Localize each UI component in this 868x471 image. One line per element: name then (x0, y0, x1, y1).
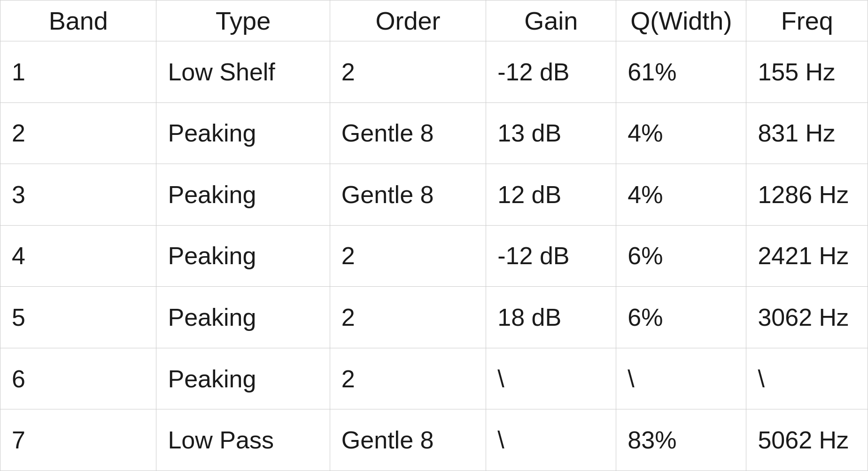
cell-freq: 155 Hz (746, 41, 868, 103)
cell-band: 2 (0, 102, 156, 164)
cell-type: Peaking (156, 164, 330, 226)
cell-qwidth: 4% (616, 102, 746, 164)
eq-table: Band Type Order Gain Q(Width) Freq 1Low … (0, 0, 868, 471)
cell-band: 1 (0, 41, 156, 103)
table-row: 5Peaking218 dB6%3062 Hz (0, 287, 868, 348)
cell-qwidth: 61% (616, 41, 746, 103)
cell-qwidth: 6% (616, 225, 746, 287)
cell-order: 2 (330, 287, 486, 348)
header-qwidth: Q(Width) (616, 0, 746, 41)
cell-gain: \ (486, 409, 616, 471)
cell-gain: 13 dB (486, 102, 616, 164)
cell-freq: 3062 Hz (746, 287, 868, 348)
cell-freq: 5062 Hz (746, 409, 868, 471)
cell-type: Peaking (156, 348, 330, 409)
cell-freq: \ (746, 348, 868, 409)
cell-qwidth: 6% (616, 287, 746, 348)
cell-gain: 18 dB (486, 287, 616, 348)
table-row: 6Peaking2\\\ (0, 348, 868, 409)
header-band: Band (0, 0, 156, 41)
header-type: Type (156, 0, 330, 41)
cell-type: Peaking (156, 287, 330, 348)
table-row: 4Peaking2-12 dB6%2421 Hz (0, 225, 868, 287)
cell-type: Low Pass (156, 409, 330, 471)
cell-qwidth: \ (616, 348, 746, 409)
cell-type: Peaking (156, 225, 330, 287)
cell-freq: 2421 Hz (746, 225, 868, 287)
cell-freq: 831 Hz (746, 102, 868, 164)
cell-qwidth: 83% (616, 409, 746, 471)
header-order: Order (330, 0, 486, 41)
header-freq: Freq (746, 0, 868, 41)
cell-type: Low Shelf (156, 41, 330, 103)
table-row: 7Low PassGentle 8\83%5062 Hz (0, 409, 868, 471)
cell-type: Peaking (156, 102, 330, 164)
cell-order: 2 (330, 225, 486, 287)
cell-order: Gentle 8 (330, 164, 486, 226)
cell-order: Gentle 8 (330, 102, 486, 164)
cell-band: 4 (0, 225, 156, 287)
cell-order: 2 (330, 41, 486, 103)
cell-order: Gentle 8 (330, 409, 486, 471)
cell-band: 7 (0, 409, 156, 471)
cell-gain: \ (486, 348, 616, 409)
cell-gain: -12 dB (486, 225, 616, 287)
cell-band: 5 (0, 287, 156, 348)
header-row: Band Type Order Gain Q(Width) Freq (0, 0, 868, 41)
cell-band: 6 (0, 348, 156, 409)
table-row: 3PeakingGentle 812 dB4%1286 Hz (0, 164, 868, 226)
cell-qwidth: 4% (616, 164, 746, 226)
cell-gain: -12 dB (486, 41, 616, 103)
header-gain: Gain (486, 0, 616, 41)
table-row: 1Low Shelf2-12 dB61%155 Hz (0, 41, 868, 103)
cell-freq: 1286 Hz (746, 164, 868, 226)
eq-table-container: Band Type Order Gain Q(Width) Freq 1Low … (0, 0, 868, 471)
table-row: 2PeakingGentle 813 dB4%831 Hz (0, 102, 868, 164)
cell-order: 2 (330, 348, 486, 409)
cell-gain: 12 dB (486, 164, 616, 226)
cell-band: 3 (0, 164, 156, 226)
